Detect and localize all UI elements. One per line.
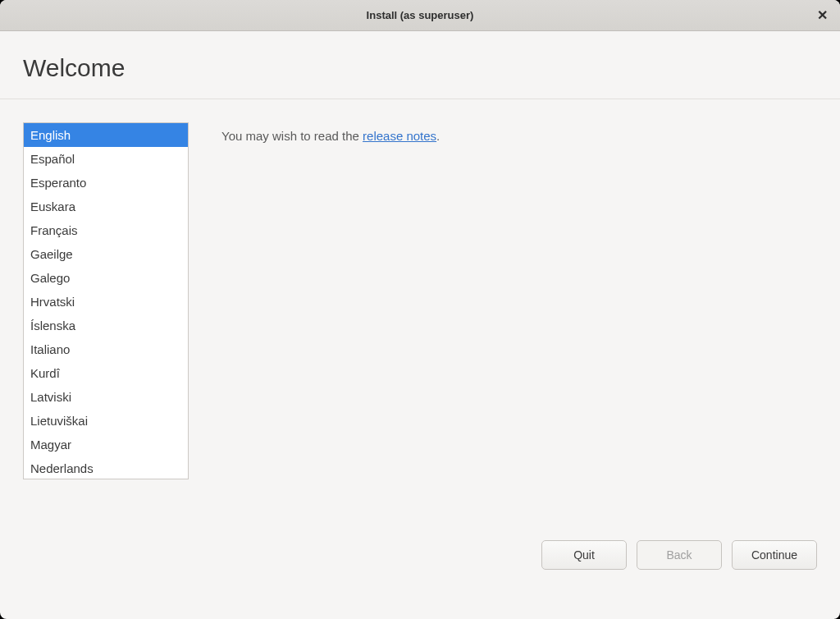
hint-suffix: . xyxy=(436,129,440,143)
quit-button[interactable]: Quit xyxy=(541,540,627,570)
installer-window: Install (as superuser) ✕ Welcome English… xyxy=(0,0,840,619)
page-title: Welcome xyxy=(23,54,817,82)
window-title: Install (as superuser) xyxy=(367,9,474,21)
content: EnglishEspañolEsperantoEuskaraFrançaisGa… xyxy=(0,99,840,524)
language-item[interactable]: Lietuviškai xyxy=(24,409,188,433)
language-item[interactable]: Magyar xyxy=(24,433,188,456)
language-item[interactable]: Esperanto xyxy=(24,171,188,195)
language-item[interactable]: Nederlands xyxy=(24,456,188,479)
footer: Quit Back Continue xyxy=(0,524,840,619)
language-item[interactable]: Íslenska xyxy=(24,314,188,337)
hint-text: You may wish to read the release notes. xyxy=(221,122,817,501)
language-item[interactable]: Galego xyxy=(24,266,188,290)
back-button[interactable]: Back xyxy=(637,540,722,570)
release-notes-link[interactable]: release notes xyxy=(363,129,436,143)
close-icon[interactable]: ✕ xyxy=(814,7,830,24)
language-list[interactable]: EnglishEspañolEsperantoEuskaraFrançaisGa… xyxy=(23,122,189,479)
hint-prefix: You may wish to read the xyxy=(221,129,363,143)
language-item[interactable]: Español xyxy=(24,147,188,171)
language-item[interactable]: Kurdî xyxy=(24,361,188,385)
language-item[interactable]: Gaeilge xyxy=(24,242,188,266)
language-item[interactable]: Français xyxy=(24,218,188,242)
header: Welcome xyxy=(0,31,840,99)
language-item[interactable]: Euskara xyxy=(24,195,188,218)
language-item[interactable]: Italiano xyxy=(24,337,188,361)
language-item[interactable]: Hrvatski xyxy=(24,290,188,314)
continue-button[interactable]: Continue xyxy=(732,540,817,570)
language-item[interactable]: English xyxy=(24,123,188,147)
titlebar: Install (as superuser) ✕ xyxy=(0,0,840,31)
language-item[interactable]: Latviski xyxy=(24,385,188,409)
